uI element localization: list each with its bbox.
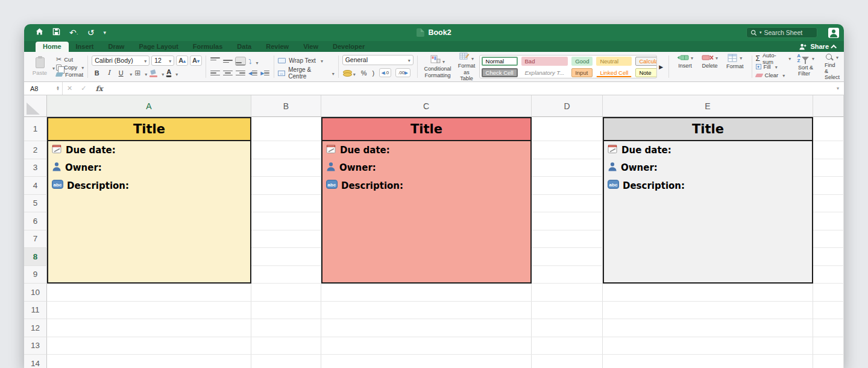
row-header-12[interactable]: 12: [24, 319, 47, 337]
wrap-text-button[interactable]: Wrap Text: [278, 56, 334, 66]
insert-cells-button[interactable]: Insert: [673, 54, 697, 80]
column-header-c[interactable]: C: [321, 95, 532, 117]
spreadsheet-grid[interactable]: ABCDE1234567891011121314TitleDue date:Ow…: [24, 95, 844, 368]
column-header-e[interactable]: E: [603, 95, 813, 117]
column-header-b[interactable]: B: [251, 95, 321, 117]
style-chip-good[interactable]: Good: [571, 57, 593, 66]
align-center-button[interactable]: [222, 69, 233, 78]
find-select-button[interactable]: Find &Select: [820, 54, 844, 80]
cancel-entry-icon[interactable]: ✕: [67, 84, 72, 92]
font-color-button[interactable]: A: [166, 68, 172, 77]
style-chip-bad[interactable]: Bad: [521, 57, 568, 66]
formula-bar-expand-icon[interactable]: ▾: [837, 86, 839, 91]
window-titlebar[interactable]: ↶· ↺ ▾ Book2 ▾ Search Sheet: [24, 24, 844, 41]
name-box[interactable]: A8 ▲▼: [24, 82, 63, 95]
tab-page-layout[interactable]: Page Layout: [131, 42, 185, 52]
task-card-1[interactable]: TitleDue date:Owner:abcDescription:: [47, 117, 251, 284]
column-header-d[interactable]: D: [532, 95, 603, 117]
row-header-14[interactable]: 14: [24, 355, 47, 368]
tab-draw[interactable]: Draw: [101, 42, 132, 52]
bold-button[interactable]: B: [92, 68, 102, 78]
number-format-select[interactable]: General: [342, 55, 414, 65]
row-header-2[interactable]: 2: [24, 141, 47, 159]
style-chip-calculation[interactable]: Calculation: [635, 57, 657, 66]
tab-insert[interactable]: Insert: [69, 42, 101, 52]
format-cells-button[interactable]: Format: [722, 54, 748, 80]
font-size-select[interactable]: 12: [151, 56, 174, 66]
gallery-next-icon[interactable]: ▶: [659, 64, 663, 70]
row-header-5[interactable]: 5: [24, 195, 47, 213]
name-box-stepper-icon[interactable]: ▲▼: [56, 86, 60, 90]
decrease-decimal-button[interactable]: .00▶: [395, 68, 410, 77]
task-card-3[interactable]: TitleDue date:Owner:abcDescription:: [603, 117, 813, 284]
search-sheet-input[interactable]: ▾ Search Sheet: [746, 27, 817, 38]
delete-cells-button[interactable]: Delete: [697, 54, 722, 80]
shrink-font-button[interactable]: A: [190, 56, 202, 66]
column-header-partial[interactable]: [813, 95, 844, 117]
collapse-ribbon-icon[interactable]: [831, 44, 837, 50]
tab-data[interactable]: Data: [230, 42, 259, 52]
style-chip-check-cell[interactable]: Check Cell: [482, 68, 518, 77]
increase-indent-button[interactable]: ▶: [260, 69, 270, 78]
underline-button[interactable]: U: [116, 68, 126, 78]
grid-corner-select-all[interactable]: [24, 95, 47, 117]
tab-review[interactable]: Review: [259, 42, 296, 52]
fill-color-dropdown-icon[interactable]: [160, 68, 164, 78]
row-header-10[interactable]: 10: [24, 284, 47, 302]
row-header-11[interactable]: 11: [24, 302, 47, 320]
font-family-select[interactable]: Calibri (Body): [92, 56, 149, 66]
currency-button[interactable]: [342, 67, 356, 79]
decrease-indent-button[interactable]: ◀: [248, 69, 258, 78]
task-card-2[interactable]: TitleDue date:Owner:abcDescription:: [321, 117, 532, 284]
comma-style-button[interactable]: ): [371, 69, 375, 77]
row-header-13[interactable]: 13: [24, 337, 47, 355]
style-chip-normal[interactable]: Normal: [482, 57, 518, 66]
align-middle-button[interactable]: [222, 57, 233, 66]
row-header-6[interactable]: 6: [24, 212, 47, 230]
style-chip-note[interactable]: Note: [635, 68, 657, 77]
tab-developer[interactable]: Developer: [326, 42, 372, 52]
clear-button[interactable]: Clear: [756, 71, 791, 79]
row-header-9[interactable]: 9: [24, 266, 47, 284]
row-header-4[interactable]: 4: [24, 177, 47, 195]
format-as-table-button[interactable]: Formatas Table: [454, 54, 479, 80]
confirm-entry-icon[interactable]: ✓: [81, 84, 86, 92]
grow-font-button[interactable]: A: [176, 56, 188, 66]
conditional-formatting-button[interactable]: ConditionalFormatting: [421, 54, 454, 80]
share-area[interactable]: Share: [799, 41, 837, 52]
borders-button[interactable]: ⊞: [134, 68, 141, 78]
row-header-1[interactable]: 1: [24, 117, 47, 141]
tab-view[interactable]: View: [296, 42, 326, 52]
underline-dropdown-icon[interactable]: [128, 68, 132, 78]
style-chip-input[interactable]: Input: [571, 68, 593, 77]
fill-button[interactable]: ▾Fill: [756, 63, 791, 71]
align-top-button[interactable]: [210, 57, 221, 66]
insert-function-icon[interactable]: fx: [95, 84, 102, 93]
copy-button[interactable]: Copy: [56, 64, 84, 71]
percent-style-button[interactable]: %: [360, 69, 368, 77]
style-chip-linked-cell[interactable]: Linked Cell: [596, 68, 632, 77]
style-chip-explanatory-t[interactable]: Explanatory T...: [521, 68, 568, 77]
font-color-dropdown-icon[interactable]: [174, 68, 178, 78]
paste-button[interactable]: Paste: [29, 57, 51, 76]
row-header-8[interactable]: 8: [24, 248, 47, 266]
column-header-a[interactable]: A: [47, 95, 251, 117]
increase-decimal-button[interactable]: ◀.0: [379, 68, 391, 77]
fill-color-button[interactable]: [149, 69, 158, 77]
row-header-3[interactable]: 3: [24, 159, 47, 177]
align-right-button[interactable]: [235, 69, 246, 78]
tab-formulas[interactable]: Formulas: [186, 42, 230, 52]
autosum-button[interactable]: ΣAuto-sum: [756, 54, 791, 62]
borders-dropdown-icon[interactable]: [143, 68, 147, 78]
paste-dropdown-icon[interactable]: [51, 62, 55, 72]
italic-button[interactable]: I: [104, 68, 114, 78]
orientation-dropdown-icon[interactable]: [254, 56, 259, 67]
formula-input[interactable]: [108, 82, 844, 95]
sort-filter-button[interactable]: AZ Sort &Filter: [791, 54, 820, 80]
row-header-7[interactable]: 7: [24, 230, 47, 249]
align-bottom-button[interactable]: [235, 57, 246, 66]
tab-home[interactable]: Home: [36, 42, 69, 52]
merge-centre-button[interactable]: ↔ Merge & Centre: [278, 68, 334, 78]
text-orientation-button[interactable]: ⤵: [248, 57, 253, 66]
cut-button[interactable]: ✂Cut: [56, 56, 84, 63]
